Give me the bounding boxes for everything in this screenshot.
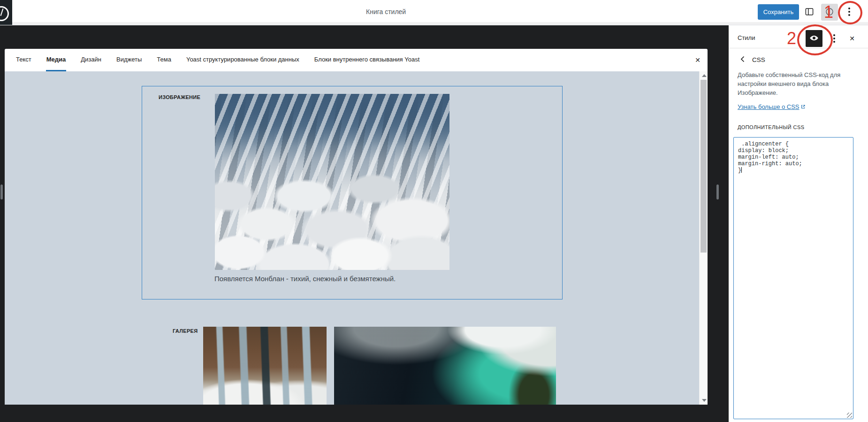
sidebar-close-button[interactable]: ✕ <box>845 31 859 46</box>
page-title: Книга стилей <box>366 8 406 15</box>
wordpress-logo[interactable] <box>0 0 12 25</box>
gallery-image-2[interactable] <box>334 327 556 405</box>
options-menu-button[interactable] <box>841 4 857 20</box>
tab-widgets[interactable]: Виджеты <box>116 49 142 71</box>
styles-button[interactable] <box>821 4 838 21</box>
style-book-tabs: Текст Медиа Дизайн Виджеты Тема Yoast ст… <box>5 49 708 71</box>
tab-yoast-structured-data[interactable]: Yoast структурированные блоки данных <box>186 49 300 71</box>
close-icon: ✕ <box>695 56 700 64</box>
gallery-example-label: ГАЛЕРЕЯ <box>173 328 198 334</box>
textarea-resize-handle[interactable] <box>847 413 852 418</box>
wordpress-editor: Книга стилей Сохранить 1 Текст Медиа Диз… <box>0 0 868 422</box>
tab-theme[interactable]: Тема <box>156 49 172 71</box>
tab-design[interactable]: Дизайн <box>80 49 102 71</box>
eye-icon <box>809 33 819 45</box>
learn-more-css-link[interactable]: Узнать больше о CSS <box>738 103 806 111</box>
back-button[interactable] <box>737 54 748 65</box>
canvas-resize-handle-left[interactable] <box>0 184 3 199</box>
scrollbar-thumb[interactable] <box>700 80 707 253</box>
additional-css-label: ДОПОЛНИТЕЛЬНЫЙ CSS <box>738 124 804 130</box>
tab-text[interactable]: Текст <box>15 49 32 71</box>
image-block-preview[interactable] <box>215 94 449 270</box>
gallery-image-1[interactable] <box>203 327 327 405</box>
sidebar-options-button[interactable] <box>827 31 841 46</box>
styles-sidebar: Стили ✕ CSS Добавьте собственный CSS-код… <box>729 25 868 422</box>
scroll-down-icon[interactable] <box>702 399 707 402</box>
scroll-up-icon[interactable] <box>702 74 707 77</box>
tab-yoast-internal-linking[interactable]: Блоки внутреннего связывания Yoast <box>314 49 420 71</box>
css-panel-description: Добавьте собственный CSS-код для настрой… <box>738 70 848 97</box>
chevron-left-icon <box>737 54 748 66</box>
style-book-content: ИЗОБРАЖЕНИЕ Появляется Монблан - тихий, … <box>5 71 699 405</box>
image-caption: Появляется Монблан - тихий, снежный и бе… <box>214 275 396 283</box>
styles-sidebar-header: Стили ✕ <box>729 25 868 48</box>
style-book-close-button[interactable]: ✕ <box>692 54 703 66</box>
save-button[interactable]: Сохранить <box>758 4 799 20</box>
external-link-icon <box>800 104 806 111</box>
breadcrumb: CSS <box>752 56 765 63</box>
wordpress-logo-icon <box>0 6 9 21</box>
close-icon: ✕ <box>849 35 855 42</box>
styles-halfmoon-icon <box>824 7 835 18</box>
more-options-icon <box>833 38 835 39</box>
sidebar-toggle-button[interactable] <box>801 5 817 20</box>
image-example-label: ИЗОБРАЖЕНИЕ <box>159 94 200 100</box>
text-cursor <box>741 167 742 173</box>
canvas-resize-handle-right[interactable] <box>716 184 719 199</box>
sidebar-layout-icon <box>804 7 815 18</box>
sidebar-title: Стили <box>738 34 755 41</box>
additional-css-input[interactable]: .aligncenter { display: block; margin-le… <box>733 137 853 419</box>
content-scrollbar[interactable] <box>699 71 708 405</box>
top-bar: Книга стилей Сохранить <box>0 0 868 25</box>
style-book-toggle-button[interactable] <box>806 30 822 47</box>
tab-media[interactable]: Медиа <box>46 49 67 71</box>
style-book-canvas: Текст Медиа Дизайн Виджеты Тема Yoast ст… <box>5 49 708 405</box>
more-options-icon <box>848 11 850 13</box>
css-code-text: .aligncenter { display: block; margin-le… <box>738 141 851 174</box>
